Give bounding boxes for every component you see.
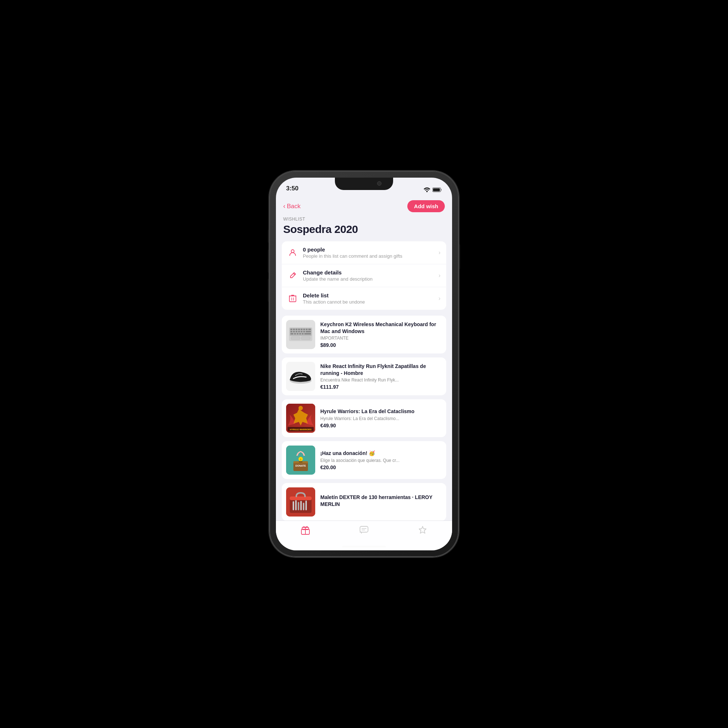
wifi-icon [424, 187, 430, 192]
notch [335, 177, 393, 190]
svg-rect-41 [299, 462, 303, 462]
status-icons [424, 187, 442, 193]
product-image: $ DONATE [286, 445, 315, 475]
status-time: 3:50 [286, 185, 298, 193]
change-details-menu-item[interactable]: Change details Update the name and descr… [282, 264, 446, 287]
svg-rect-53 [305, 500, 307, 510]
svg-text:$: $ [300, 458, 301, 461]
product-price: €20.00 [320, 465, 442, 470]
product-description: IMPORTANTE [320, 336, 442, 341]
svg-rect-18 [295, 331, 297, 332]
change-details-subtitle: Update the name and description [303, 276, 434, 282]
star-icon [418, 525, 427, 535]
svg-rect-29 [291, 337, 300, 340]
tab-chat[interactable] [353, 525, 375, 535]
svg-rect-23 [291, 333, 294, 335]
add-wish-button[interactable]: Add wish [407, 200, 445, 212]
delete-list-menu-item[interactable]: Delete list This action cannot be undone… [282, 287, 446, 310]
product-image [286, 362, 315, 391]
delete-list-subtitle: This action cannot be undone [303, 299, 434, 305]
people-subtitle: People in this list can comment and assi… [303, 253, 434, 259]
svg-rect-11 [298, 329, 300, 330]
page-header: WISHLIST Sospedra 2020 [276, 215, 452, 241]
svg-point-35 [298, 406, 303, 410]
phone-screen: 3:50 [276, 177, 452, 551]
svg-rect-28 [304, 333, 311, 335]
menu-section: 0 people People in this list can comment… [282, 241, 446, 310]
svg-rect-26 [299, 333, 301, 335]
svg-rect-20 [301, 331, 303, 332]
product-item[interactable]: Nike React Infinity Run Flyknit Zapatill… [282, 358, 446, 395]
front-camera [377, 181, 381, 186]
svg-rect-27 [302, 333, 304, 335]
svg-rect-17 [293, 331, 295, 332]
product-info: Keychron K2 Wireless Mechanical Keyboard… [320, 321, 442, 348]
svg-rect-30 [301, 337, 310, 340]
pencil-icon [288, 271, 298, 281]
back-chevron-icon: ‹ [283, 202, 285, 210]
change-details-text: Change details Update the name and descr… [303, 269, 434, 282]
svg-rect-4 [289, 296, 296, 302]
svg-rect-52 [303, 503, 304, 510]
change-details-chevron-icon: › [439, 272, 440, 279]
people-menu-item[interactable]: 0 people People in this list can comment… [282, 241, 446, 264]
product-item[interactable]: $ DONATE ¡Haz una donación! 🥳 Elige la a… [282, 441, 446, 479]
wishlist-label: WISHLIST [283, 217, 445, 222]
product-list: Keychron K2 Wireless Mechanical Keyboard… [282, 316, 446, 525]
trash-icon [288, 294, 298, 304]
product-image: HYRULE WARRIORS [286, 404, 315, 433]
svg-rect-2 [433, 188, 440, 191]
product-description: Elige la asociación que quieras. Que cr.… [320, 458, 442, 463]
back-button[interactable]: ‹ Back [283, 202, 301, 210]
product-item[interactable]: HYRULE WARRIORS Hyrule Warriors: La Era … [282, 399, 446, 437]
tab-bar [276, 520, 452, 551]
product-title: Keychron K2 Wireless Mechanical Keyboard… [320, 321, 442, 334]
svg-rect-50 [298, 502, 299, 510]
product-title: Hyrule Warriors: La Era del Cataclismo [320, 408, 442, 414]
product-price: €111.97 [320, 384, 442, 390]
product-price: $89.00 [320, 342, 442, 348]
nav-bar: ‹ Back Add wish [276, 196, 452, 215]
product-title: Nike React Infinity Run Flyknit Zapatill… [320, 363, 442, 376]
people-title: 0 people [303, 246, 434, 252]
power-button [459, 244, 460, 269]
svg-rect-16 [291, 331, 292, 332]
svg-text:DONATE: DONATE [295, 465, 306, 467]
svg-rect-24 [294, 333, 296, 335]
phone-body: 3:50 [269, 171, 459, 557]
svg-rect-49 [295, 500, 297, 510]
product-item[interactable]: Maletín DEXTER de 130 herramientas · LER… [282, 483, 446, 521]
tab-wishlist[interactable] [412, 525, 434, 535]
product-price: €49.90 [320, 423, 442, 428]
delete-list-chevron-icon: › [439, 295, 440, 302]
svg-rect-25 [297, 333, 298, 335]
delete-list-title: Delete list [303, 292, 434, 298]
page-title: Sospedra 2020 [283, 223, 445, 236]
svg-rect-48 [293, 501, 294, 510]
gift-icon [301, 525, 310, 535]
product-info: Nike React Infinity Run Flyknit Zapatill… [320, 363, 442, 390]
people-chevron-icon: › [439, 249, 440, 256]
product-description: Encuentra Nike React Infinity Run Flyk..… [320, 378, 442, 382]
product-item[interactable]: Keychron K2 Wireless Mechanical Keyboard… [282, 316, 446, 353]
svg-rect-8 [291, 329, 292, 330]
svg-text:HYRULE WARRIORS: HYRULE WARRIORS [290, 428, 311, 431]
people-text: 0 people People in this list can comment… [303, 246, 434, 259]
person-icon [288, 248, 298, 258]
product-title: Maletín DEXTER de 130 herramientas · LER… [320, 494, 442, 507]
svg-point-0 [426, 191, 428, 192]
battery-icon [433, 187, 442, 192]
svg-rect-57 [360, 526, 368, 532]
svg-rect-19 [298, 331, 300, 332]
change-details-title: Change details [303, 269, 434, 275]
svg-rect-51 [300, 501, 302, 510]
svg-rect-9 [293, 329, 295, 330]
delete-list-text: Delete list This action cannot be undone [303, 292, 434, 305]
svg-rect-13 [303, 329, 305, 330]
product-info: Maletín DEXTER de 130 herramientas · LER… [320, 494, 442, 509]
svg-rect-14 [306, 329, 307, 330]
screen-content[interactable]: ‹ Back Add wish WISHLIST Sospedra 2020 [276, 177, 452, 551]
back-label: Back [287, 203, 301, 210]
tab-gifts[interactable] [294, 525, 316, 535]
product-title: ¡Haz una donación! 🥳 [320, 450, 442, 456]
